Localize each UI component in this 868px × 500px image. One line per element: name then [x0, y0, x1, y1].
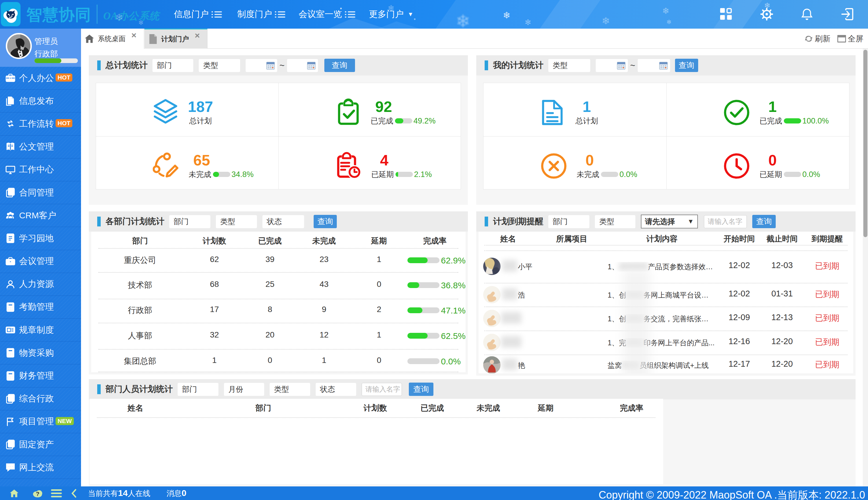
svg-text:?: ?	[36, 491, 40, 497]
